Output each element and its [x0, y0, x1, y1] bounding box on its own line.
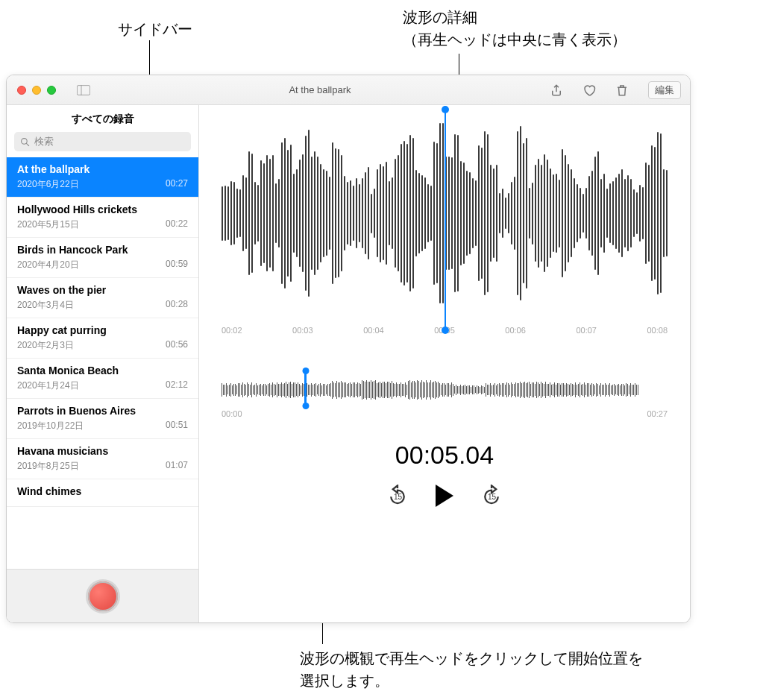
overview-bar — [581, 385, 582, 396]
waveform-bar — [496, 165, 497, 262]
overview-bar — [454, 386, 455, 394]
overview-bar — [380, 382, 380, 399]
waveform-bar — [311, 157, 313, 269]
overview-bar — [442, 383, 443, 397]
list-item[interactable]: Santa Monica Beach 2020年1月24日02:12 — [7, 359, 198, 399]
waveform-overview[interactable]: 00:00 00:27 — [222, 373, 668, 418]
sidebar-toggle-icon[interactable] — [77, 85, 90, 95]
waveform-bar — [538, 159, 539, 268]
waveform-bar — [490, 165, 492, 262]
overview-bar — [509, 385, 510, 396]
overview-bar — [569, 385, 570, 395]
waveform-bar — [230, 181, 232, 246]
overview-bar — [269, 383, 270, 397]
overview-bar — [377, 383, 377, 397]
play-button[interactable] — [436, 485, 453, 507]
rewind-15-icon[interactable]: 15 — [386, 485, 409, 507]
close-icon[interactable] — [17, 86, 26, 95]
waveform-bar — [329, 177, 330, 250]
waveform-bar — [275, 183, 277, 244]
share-icon[interactable] — [550, 83, 563, 97]
overview-bar — [469, 385, 470, 394]
edit-button[interactable]: 編集 — [648, 81, 681, 99]
overview-bar — [418, 381, 419, 399]
playhead-detail[interactable] — [445, 110, 446, 330]
waveform-bar — [350, 180, 351, 247]
overview-bar — [423, 382, 424, 398]
overview-bar — [341, 381, 342, 399]
item-name: Santa Monica Beach — [17, 365, 188, 376]
overview-bar — [368, 382, 368, 399]
list-item[interactable]: Birds in Hancock Park 2020年4月20日00:59 — [7, 238, 198, 278]
overview-bar — [538, 382, 538, 397]
overview-bar — [593, 384, 594, 396]
overview-bar — [521, 383, 522, 397]
playhead-overview[interactable] — [304, 371, 307, 406]
list-item[interactable]: Hollywood Hills crickets 2020年5月15日00:22 — [7, 198, 198, 238]
svg-line-3 — [26, 143, 29, 146]
trash-icon[interactable] — [615, 83, 629, 97]
waveform-bar — [580, 188, 581, 239]
svg-text:15: 15 — [394, 493, 403, 501]
waveform-bar — [657, 132, 659, 294]
waveform-bar — [636, 192, 638, 234]
overview-bar — [357, 382, 358, 397]
record-button[interactable] — [86, 579, 120, 614]
overview-bar — [617, 385, 618, 396]
overview-bar — [406, 385, 407, 396]
waveform-detail[interactable]: 00:0200:0300:0400:0500:0600:0700:08 — [199, 105, 690, 351]
list-item[interactable]: Parrots in Buenos Aires 2019年10月22日00:51 — [7, 399, 198, 439]
waveform-bar — [582, 194, 584, 233]
waveform-bar — [266, 155, 268, 271]
list-item[interactable]: Wind chimes — [7, 479, 198, 507]
forward-15-icon[interactable]: 15 — [480, 485, 503, 507]
waveform-bar — [639, 185, 641, 242]
list-item[interactable]: Waves on the pier 2020年3月4日00:28 — [7, 278, 198, 318]
overview-bar — [405, 382, 406, 397]
time-display: 00:05.04 — [199, 441, 690, 470]
waveform-bar — [338, 149, 339, 277]
waveform-bar — [260, 160, 262, 266]
overview-bar — [420, 382, 421, 397]
waveform-bar — [290, 145, 292, 282]
overview-bar — [529, 382, 530, 398]
waveform-bar — [296, 169, 298, 258]
item-name: Happy cat purring — [17, 324, 188, 336]
list-item[interactable]: Happy cat purring 2020年2月3日00:56 — [7, 318, 198, 359]
list-item[interactable]: Havana musicians 2019年8月25日01:07 — [7, 439, 198, 479]
svg-point-2 — [22, 138, 28, 144]
waveform-bar — [532, 183, 533, 245]
overview-bar — [514, 384, 515, 395]
overview-bar — [314, 384, 315, 395]
overview-bar — [520, 382, 521, 399]
zoom-icon[interactable] — [47, 86, 56, 95]
recordings-list: At the ballpark 2020年6月22日00:27Hollywood… — [7, 157, 198, 569]
item-duration: 01:07 — [166, 460, 188, 473]
callout-overview: 波形の概観で再生ヘッドをクリックして開始位置を選択します。 — [300, 647, 650, 692]
overview-bar — [550, 382, 550, 397]
overview-bar — [624, 385, 625, 394]
overview-bar — [445, 385, 446, 395]
heart-icon[interactable] — [582, 83, 596, 97]
overview-bar — [472, 385, 473, 394]
overview-bar — [591, 383, 592, 397]
overview-bar — [232, 385, 233, 394]
waveform-bar — [597, 151, 599, 275]
waveform-bar — [627, 175, 629, 250]
waveform-bar — [556, 174, 557, 253]
waveform-bar — [374, 189, 375, 239]
overview-bar — [245, 385, 246, 395]
overview-bar — [484, 387, 485, 393]
minimize-icon[interactable] — [32, 86, 41, 95]
overview-bar — [296, 384, 297, 396]
waveform-bar — [633, 189, 635, 237]
overview-bar — [508, 383, 509, 397]
list-item[interactable]: At the ballpark 2020年6月22日00:27 — [7, 157, 198, 198]
overview-bar — [494, 383, 495, 397]
waveform-bar — [624, 179, 626, 247]
overview-bar — [556, 385, 556, 395]
overview-bar — [353, 382, 354, 397]
overview-bar — [298, 382, 298, 398]
waveform-bar — [242, 175, 244, 250]
search-input[interactable]: 検索 — [14, 132, 191, 151]
